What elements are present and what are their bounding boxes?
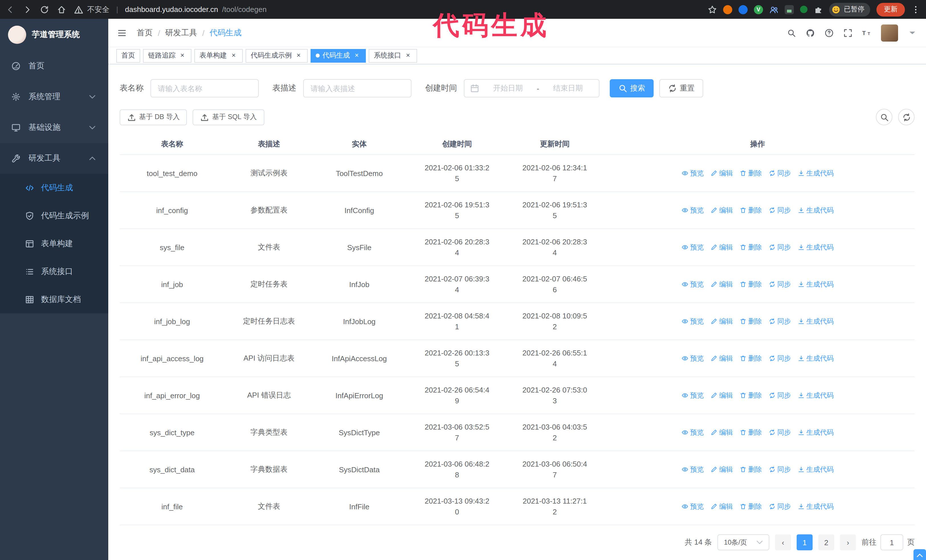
sync-link[interactable]: 同步 xyxy=(769,205,791,215)
tab-close-icon[interactable]: × xyxy=(353,51,361,60)
edit-link[interactable]: 编辑 xyxy=(711,465,733,474)
goto-page-input[interactable] xyxy=(881,534,903,550)
edit-link[interactable]: 编辑 xyxy=(711,205,733,215)
delete-link[interactable]: 删除 xyxy=(740,317,762,326)
toggle-search-button[interactable] xyxy=(876,109,893,125)
tab-form-builder[interactable]: 表单构建× xyxy=(194,49,243,62)
preview-link[interactable]: 预览 xyxy=(682,391,704,400)
generate-code-link[interactable]: 生成代码 xyxy=(798,205,834,215)
preview-link[interactable]: 预览 xyxy=(682,168,704,178)
sync-link[interactable]: 同步 xyxy=(769,427,791,437)
generate-code-link[interactable]: 生成代码 xyxy=(798,242,834,252)
extension-icon-chart[interactable] xyxy=(785,5,794,14)
extensions-puzzle-icon[interactable] xyxy=(814,5,823,14)
sidebar-item-db-docs[interactable]: 数据库文档 xyxy=(0,285,108,313)
extension-icon-green[interactable] xyxy=(800,6,808,13)
date-end-input[interactable]: 结束日期 xyxy=(543,83,593,94)
sync-link[interactable]: 同步 xyxy=(769,242,791,252)
generate-code-link[interactable]: 生成代码 xyxy=(798,427,834,437)
tab-tracing[interactable]: 链路追踪× xyxy=(143,49,191,62)
import-sql-button[interactable]: 基于 SQL 导入 xyxy=(193,109,264,125)
extension-icon-people[interactable] xyxy=(769,5,778,14)
breadcrumb-home[interactable]: 首页 xyxy=(137,28,153,38)
browser-forward-icon[interactable] xyxy=(23,5,32,14)
address-bar[interactable]: 不安全 | dashboard.yudao.iocoder.cn/tool/co… xyxy=(74,4,267,15)
tab-codegen-example[interactable]: 代码生成示例× xyxy=(246,49,308,62)
generate-code-link[interactable]: 生成代码 xyxy=(798,502,834,511)
sync-link[interactable]: 同步 xyxy=(769,465,791,474)
tab-close-icon[interactable]: × xyxy=(404,51,412,60)
refresh-table-button[interactable] xyxy=(898,109,915,125)
edit-link[interactable]: 编辑 xyxy=(711,279,733,289)
prev-page-button[interactable]: ‹ xyxy=(775,534,791,550)
sync-link[interactable]: 同步 xyxy=(769,391,791,400)
delete-link[interactable]: 删除 xyxy=(740,205,762,215)
edit-link[interactable]: 编辑 xyxy=(711,168,733,178)
sidebar-item-codegen-example[interactable]: 代码生成示例 xyxy=(0,202,108,229)
help-question-icon[interactable] xyxy=(825,28,834,37)
delete-link[interactable]: 删除 xyxy=(740,502,762,511)
generate-code-link[interactable]: 生成代码 xyxy=(798,353,834,363)
preview-link[interactable]: 预览 xyxy=(682,205,704,215)
tab-close-icon[interactable]: × xyxy=(295,51,303,60)
sidebar-item-system-api[interactable]: 系统接口 xyxy=(0,258,108,285)
edit-link[interactable]: 编辑 xyxy=(711,353,733,363)
page-button-2[interactable]: 2 xyxy=(818,534,834,550)
tab-codegen[interactable]: 代码生成× xyxy=(310,49,366,62)
header-search-icon[interactable] xyxy=(787,28,796,37)
sidebar-toggle-icon[interactable] xyxy=(117,28,127,37)
edit-link[interactable]: 编辑 xyxy=(711,391,733,400)
preview-link[interactable]: 预览 xyxy=(682,317,704,326)
preview-link[interactable]: 预览 xyxy=(682,427,704,437)
generate-code-link[interactable]: 生成代码 xyxy=(798,465,834,474)
sync-link[interactable]: 同步 xyxy=(769,502,791,511)
delete-link[interactable]: 删除 xyxy=(740,168,762,178)
sync-link[interactable]: 同步 xyxy=(769,353,791,363)
font-size-icon[interactable]: TT xyxy=(862,28,871,37)
security-warning-icon[interactable] xyxy=(74,5,83,14)
table-desc-input[interactable] xyxy=(303,79,412,97)
back-to-top-button[interactable] xyxy=(914,549,926,560)
table-name-input[interactable] xyxy=(150,79,259,97)
delete-link[interactable]: 删除 xyxy=(740,427,762,437)
sync-link[interactable]: 同步 xyxy=(769,168,791,178)
generate-code-link[interactable]: 生成代码 xyxy=(798,317,834,326)
delete-link[interactable]: 删除 xyxy=(740,279,762,289)
extension-icon-blue[interactable] xyxy=(738,5,747,14)
sync-link[interactable]: 同步 xyxy=(769,279,791,289)
browser-update-button[interactable]: 更新 xyxy=(876,3,905,16)
date-range-picker[interactable]: 开始日期 - 结束日期 xyxy=(464,79,599,97)
tab-system-api[interactable]: 系统接口× xyxy=(369,49,417,62)
page-size-select[interactable]: 10条/页 xyxy=(718,534,769,550)
preview-link[interactable]: 预览 xyxy=(682,279,704,289)
generate-code-link[interactable]: 生成代码 xyxy=(798,391,834,400)
browser-home-icon[interactable] xyxy=(57,5,66,14)
generate-code-link[interactable]: 生成代码 xyxy=(798,168,834,178)
browser-back-icon[interactable] xyxy=(6,5,15,14)
github-icon[interactable] xyxy=(806,28,815,37)
user-avatar[interactable] xyxy=(881,24,898,41)
extension-icon-vue[interactable]: V xyxy=(754,5,763,14)
preview-link[interactable]: 预览 xyxy=(682,465,704,474)
page-button-1[interactable]: 1 xyxy=(797,534,813,550)
edit-link[interactable]: 编辑 xyxy=(711,502,733,511)
sidebar-item-codegen[interactable]: 代码生成 xyxy=(0,174,108,202)
next-page-button[interactable]: › xyxy=(840,534,856,550)
fullscreen-icon[interactable] xyxy=(843,28,852,37)
import-db-button[interactable]: 基于 DB 导入 xyxy=(120,109,187,125)
browser-reload-icon[interactable] xyxy=(40,5,49,14)
preview-link[interactable]: 预览 xyxy=(682,502,704,511)
sidebar-item-form-builder[interactable]: 表单构建 xyxy=(0,229,108,258)
preview-link[interactable]: 预览 xyxy=(682,353,704,363)
generate-code-link[interactable]: 生成代码 xyxy=(798,279,834,289)
sidebar-item-home[interactable]: 首页 xyxy=(0,51,108,82)
tab-close-icon[interactable]: × xyxy=(230,51,238,60)
avatar-caret-down-icon[interactable] xyxy=(908,28,917,37)
sidebar-item-system[interactable]: 系统管理 xyxy=(0,82,108,112)
delete-link[interactable]: 删除 xyxy=(740,465,762,474)
edit-link[interactable]: 编辑 xyxy=(711,427,733,437)
search-button[interactable]: 搜索 xyxy=(610,79,654,97)
edit-link[interactable]: 编辑 xyxy=(711,317,733,326)
sidebar-item-devtools[interactable]: 研发工具 xyxy=(0,143,108,174)
date-start-input[interactable]: 开始日期 xyxy=(483,83,533,94)
